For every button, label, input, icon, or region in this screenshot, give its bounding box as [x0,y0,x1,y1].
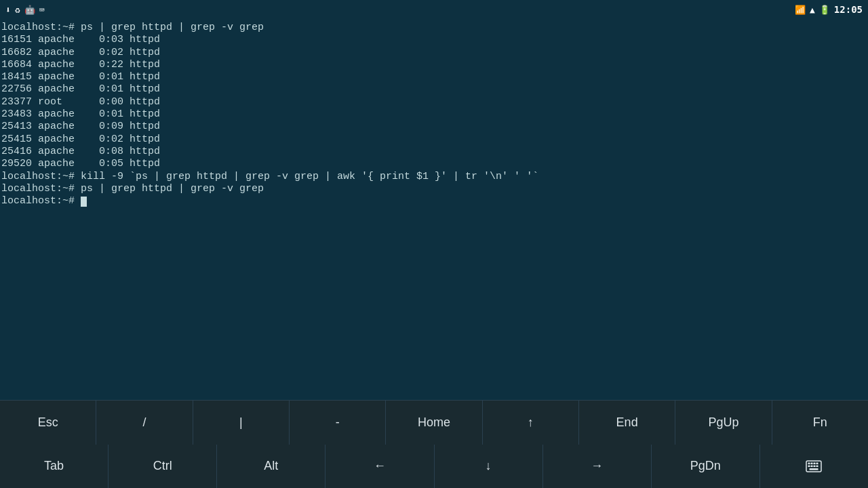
terminal-line: localhost:~# ps | grep httpd | grep -v g… [1,183,867,195]
terminal-area[interactable]: localhost:~# ps | grep httpd | grep -v g… [0,19,868,400]
esc-key[interactable]: Esc [0,401,96,445]
battery-icon: 🔋 [819,5,830,15]
wifi-icon: 📶 [795,5,806,15]
terminal-line: 22756 apache 0:01 httpd [1,83,867,96]
terminal-line: 29520 apache 0:05 httpd [1,158,867,170]
keyboard-row-1: Esc/|-Home↑EndPgUpFn [0,401,868,445]
svg-rect-1 [808,462,810,464]
terminal-cursor [81,197,87,207]
keyboard-row-2: TabCtrlAlt←↓→PgDn [0,445,868,489]
terminal-line: 23377 root 0:00 httpd [1,96,867,108]
status-bar: ⬇ ♻ 🤖 ⌨ 📶 ▲ 🔋 12:05 [0,0,868,19]
signal-icon: ▲ [810,5,815,15]
pgdn-key[interactable]: PgDn [652,445,760,489]
tab-key[interactable]: Tab [0,445,108,489]
terminal-line: localhost:~# kill -9 `ps | grep httpd | … [1,171,867,183]
ctrl-key[interactable]: Ctrl [108,445,217,489]
keyboard-bar: Esc/|-Home↑EndPgUpFn TabCtrlAlt←↓→PgDn [0,400,868,488]
svg-rect-2 [811,462,813,464]
keyboard-icon-key[interactable] [760,445,868,489]
terminal-line: localhost:~# [1,195,867,207]
pgup-key[interactable]: PgUp [675,401,772,445]
svg-rect-3 [814,462,816,464]
terminal-line: 25416 apache 0:08 httpd [1,146,867,158]
home-key[interactable]: Home [386,401,482,445]
svg-rect-5 [808,465,810,467]
android-icon: 🤖 [24,5,35,15]
terminal-line: 16682 apache 0:02 httpd [1,47,867,59]
end-key[interactable]: End [579,401,675,445]
slash-key[interactable]: / [96,401,193,445]
keyboard-status-icon: ⌨ [39,5,45,15]
down-key[interactable]: ↓ [435,445,543,489]
terminal-line: 23483 apache 0:01 httpd [1,108,867,121]
terminal-line: 16684 apache 0:22 httpd [1,59,867,71]
download-icon: ⬇ [5,5,11,15]
up-key[interactable]: ↑ [483,401,579,445]
svg-rect-6 [811,465,813,467]
terminal-line: localhost:~# ps | grep httpd | grep -v g… [1,22,867,34]
terminal-line: 16151 apache 0:03 httpd [1,34,867,46]
clock: 12:05 [834,4,863,15]
svg-rect-4 [816,462,818,464]
svg-rect-7 [814,465,816,467]
alt-key[interactable]: Alt [217,445,326,489]
dash-key[interactable]: - [290,401,386,445]
terminal-line: 25415 apache 0:02 httpd [1,134,867,146]
fn-key[interactable]: Fn [772,401,868,445]
right-key[interactable]: → [543,445,652,489]
terminal-line: 18415 apache 0:01 httpd [1,71,867,83]
terminal-line: 25413 apache 0:09 httpd [1,121,867,133]
recycle-icon: ♻ [15,5,20,15]
status-left-icons: ⬇ ♻ 🤖 ⌨ [5,5,44,15]
svg-rect-8 [816,465,818,467]
left-key[interactable]: ← [326,445,434,489]
svg-rect-9 [810,468,818,470]
pipe-key[interactable]: | [193,401,290,445]
